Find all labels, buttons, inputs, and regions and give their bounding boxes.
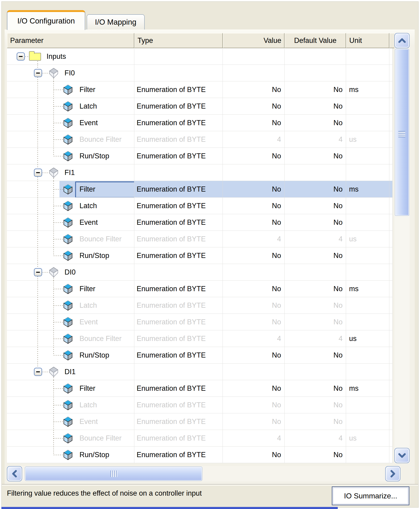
parameter-cell[interactable]: Bounce Filter <box>7 330 134 347</box>
type-cell[interactable] <box>134 65 223 81</box>
default-value-cell[interactable]: 4 <box>285 430 346 447</box>
table-row[interactable]: Run/Stop Enumeration of BYTE No No <box>7 347 393 364</box>
type-cell[interactable]: Enumeration of BYTE <box>134 181 223 198</box>
minus-box-icon[interactable] <box>34 69 42 77</box>
io-summarize-button[interactable]: IO Summarize... <box>332 486 409 505</box>
default-value-cell[interactable]: No <box>285 447 346 463</box>
default-value-cell[interactable] <box>285 364 346 380</box>
minus-box-icon[interactable] <box>34 368 42 376</box>
type-cell[interactable] <box>134 48 223 65</box>
parameter-cell[interactable]: Filter <box>7 81 134 98</box>
column-header-parameter[interactable]: Parameter <box>7 33 134 48</box>
type-cell[interactable]: Enumeration of BYTE <box>134 297 223 314</box>
table-row[interactable]: Latch Enumeration of BYTE No No <box>7 98 393 114</box>
parameter-cell[interactable]: Run/Stop <box>7 447 134 463</box>
table-row[interactable]: Bounce Filter Enumeration of BYTE 4 4 us <box>7 430 393 447</box>
unit-cell[interactable] <box>346 48 389 65</box>
default-value-cell[interactable] <box>285 264 346 281</box>
table-row[interactable]: Latch Enumeration of BYTE No No <box>7 397 393 413</box>
table-row[interactable]: DI1 <box>7 364 393 380</box>
unit-cell[interactable]: ms <box>346 81 389 98</box>
unit-cell[interactable] <box>346 397 389 413</box>
unit-cell[interactable]: us <box>346 131 389 148</box>
unit-cell[interactable]: us <box>346 430 389 447</box>
table-row[interactable]: Latch Enumeration of BYTE No No <box>7 297 393 314</box>
value-cell[interactable]: No <box>223 413 285 430</box>
column-header-unit[interactable]: Unit <box>346 33 389 48</box>
unit-cell[interactable]: ms <box>346 281 389 297</box>
unit-cell[interactable] <box>346 314 389 330</box>
vertical-scrollbar-thumb[interactable] <box>395 49 409 216</box>
value-cell[interactable]: 4 <box>223 430 285 447</box>
vertical-scrollbar[interactable] <box>394 33 410 463</box>
parameter-cell[interactable]: Run/Stop <box>7 247 134 264</box>
default-value-cell[interactable] <box>285 48 346 65</box>
table-row[interactable]: Run/Stop Enumeration of BYTE No No <box>7 247 393 264</box>
default-value-cell[interactable]: No <box>285 281 346 297</box>
type-cell[interactable]: Enumeration of BYTE <box>134 397 223 413</box>
unit-cell[interactable] <box>346 413 389 430</box>
default-value-cell[interactable]: No <box>285 380 346 397</box>
tab-io-mapping[interactable]: I/O Mapping <box>87 14 145 30</box>
table-row[interactable]: Event Enumeration of BYTE No No <box>7 114 393 131</box>
parameter-cell[interactable]: Bounce Filter <box>7 131 134 148</box>
type-cell[interactable]: Enumeration of BYTE <box>134 314 223 330</box>
table-row[interactable]: Bounce Filter Enumeration of BYTE 4 4 us <box>7 330 393 347</box>
default-value-cell[interactable]: No <box>285 397 346 413</box>
column-header-type[interactable]: Type <box>134 33 223 48</box>
table-row[interactable]: Filter Enumeration of BYTE No No ms <box>7 281 393 297</box>
parameter-cell[interactable]: Event <box>7 114 134 131</box>
default-value-cell[interactable]: No <box>285 297 346 314</box>
default-value-cell[interactable]: No <box>285 314 346 330</box>
type-cell[interactable]: Enumeration of BYTE <box>134 413 223 430</box>
default-value-cell[interactable] <box>285 65 346 81</box>
type-cell[interactable]: Enumeration of BYTE <box>134 281 223 297</box>
default-value-cell[interactable]: No <box>285 98 346 114</box>
unit-cell[interactable] <box>346 214 389 231</box>
type-cell[interactable] <box>134 264 223 281</box>
default-value-cell[interactable]: 4 <box>285 330 346 347</box>
table-row[interactable]: Latch Enumeration of BYTE No No <box>7 198 393 214</box>
table-row[interactable]: Bounce Filter Enumeration of BYTE 4 4 us <box>7 131 393 148</box>
value-cell[interactable] <box>223 65 285 81</box>
default-value-cell[interactable]: No <box>285 247 346 264</box>
parameter-cell[interactable]: Latch <box>7 198 134 214</box>
unit-cell[interactable] <box>346 148 389 164</box>
table-row[interactable]: Inputs <box>7 48 393 65</box>
parameter-cell[interactable]: DI1 <box>7 364 134 380</box>
parameter-cell[interactable]: FI1 <box>7 164 134 181</box>
type-cell[interactable]: Enumeration of BYTE <box>134 247 223 264</box>
parameter-cell[interactable]: Latch <box>7 98 134 114</box>
value-cell[interactable]: No <box>223 281 285 297</box>
type-cell[interactable]: Enumeration of BYTE <box>134 447 223 463</box>
parameter-cell[interactable]: Bounce Filter <box>7 430 134 447</box>
unit-cell[interactable] <box>346 198 389 214</box>
value-cell[interactable] <box>223 364 285 380</box>
scroll-left-button[interactable] <box>7 466 22 481</box>
unit-cell[interactable] <box>346 247 389 264</box>
value-cell[interactable]: No <box>223 148 285 164</box>
table-row[interactable]: Filter Enumeration of BYTE No No ms <box>7 181 393 198</box>
table-row[interactable]: Bounce Filter Enumeration of BYTE 4 4 us <box>7 231 393 247</box>
scroll-up-button[interactable] <box>394 33 410 48</box>
horizontal-scrollbar[interactable] <box>7 466 400 481</box>
table-row[interactable]: Event Enumeration of BYTE No No <box>7 314 393 330</box>
value-cell[interactable]: No <box>223 98 285 114</box>
type-cell[interactable]: Enumeration of BYTE <box>134 214 223 231</box>
parameter-cell[interactable]: Event <box>7 413 134 430</box>
table-row[interactable]: DI0 <box>7 264 393 281</box>
default-value-cell[interactable]: No <box>285 347 346 364</box>
unit-cell[interactable] <box>346 164 389 181</box>
default-value-cell[interactable]: No <box>285 148 346 164</box>
value-cell[interactable]: No <box>223 447 285 463</box>
type-cell[interactable]: Enumeration of BYTE <box>134 347 223 364</box>
table-row[interactable]: Run/Stop Enumeration of BYTE No No <box>7 447 393 463</box>
default-value-cell[interactable] <box>285 164 346 181</box>
unit-cell[interactable]: ms <box>346 380 389 397</box>
parameter-cell[interactable]: Filter <box>7 380 134 397</box>
value-cell[interactable]: 4 <box>223 231 285 247</box>
default-value-cell[interactable]: 4 <box>285 131 346 148</box>
type-cell[interactable] <box>134 164 223 181</box>
value-cell[interactable]: 4 <box>223 330 285 347</box>
type-cell[interactable]: Enumeration of BYTE <box>134 148 223 164</box>
